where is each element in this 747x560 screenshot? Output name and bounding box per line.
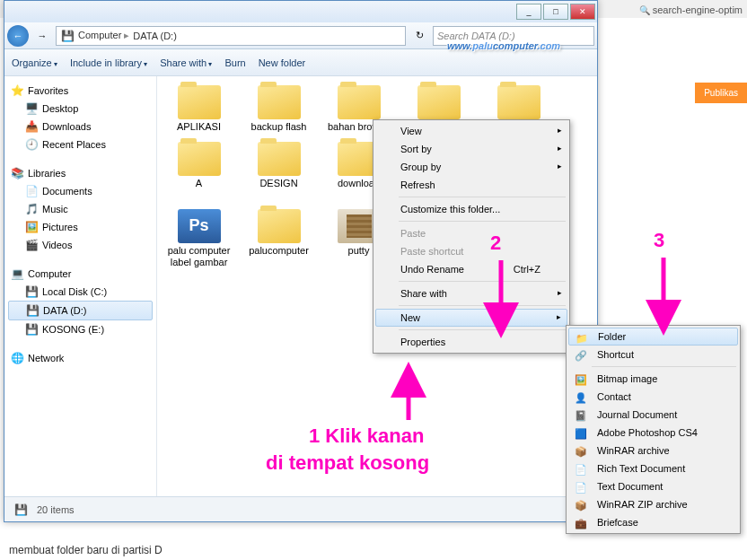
- zip-icon: 📦: [574, 498, 588, 512]
- menu-sort[interactable]: Sort by: [375, 140, 567, 158]
- status-count: 20 items: [37, 504, 75, 515]
- documents-icon: 📄: [24, 184, 39, 198]
- desktop-icon: 🖥️: [24, 101, 39, 116]
- drive-icon: 💾: [24, 284, 39, 299]
- file-label: A: [164, 178, 233, 189]
- photoshop-icon: 🟦: [574, 426, 588, 441]
- sidebar-computer[interactable]: 💻Computer: [8, 265, 153, 283]
- menu-customize[interactable]: Customize this folder...: [375, 200, 567, 218]
- menu-sharewith[interactable]: Share with: [375, 284, 567, 302]
- drive-icon: 💾: [60, 29, 75, 43]
- newmenu-briefcase[interactable]: 💼Briefcase: [568, 513, 738, 531]
- sidebar-documents[interactable]: 📄Documents: [8, 182, 153, 200]
- folder-icon: [417, 85, 461, 119]
- close-button[interactable]: ✕: [570, 4, 595, 20]
- file-label: DESIGN: [244, 178, 313, 189]
- menu-properties[interactable]: Properties: [375, 333, 567, 351]
- sidebar-pictures[interactable]: 🖼️Pictures: [8, 218, 153, 236]
- music-icon: 🎵: [24, 202, 39, 216]
- ps-icon: Ps: [178, 209, 221, 243]
- sidebar-downloads[interactable]: 📥Downloads: [8, 118, 153, 136]
- newmenu-journal[interactable]: 📓Journal Document: [568, 406, 738, 424]
- bottom-text: membuat folder baru di partisi D: [9, 544, 163, 556]
- network-icon: 🌐: [10, 351, 24, 365]
- drive-icon: 💾: [24, 322, 39, 337]
- folder-icon: [258, 142, 301, 176]
- folder-icon: [497, 85, 540, 119]
- forward-button[interactable]: →: [31, 25, 53, 47]
- maximize-button[interactable]: □: [543, 4, 568, 20]
- star-icon: ⭐: [10, 83, 24, 98]
- sidebar-videos[interactable]: 🎬Videos: [8, 236, 153, 254]
- newmenu-txt[interactable]: 📄Text Document: [568, 477, 738, 495]
- sidebar-datad[interactable]: 💾DATA (D:): [8, 301, 153, 320]
- crumb-data[interactable]: DATA (D:): [133, 31, 176, 41]
- organize-button[interactable]: Organize: [12, 57, 57, 68]
- back-button[interactable]: ←: [7, 25, 29, 47]
- file-item[interactable]: palucomputer: [241, 206, 317, 271]
- file-item[interactable]: DESIGN: [241, 138, 317, 204]
- menu-undo[interactable]: Undo RenameCtrl+Z: [375, 260, 567, 278]
- newmenu-winrar[interactable]: 📦WinRAR archive: [568, 442, 738, 459]
- statusbar: 💾 20 items: [4, 496, 597, 521]
- include-button[interactable]: Include in library: [70, 57, 147, 68]
- share-button[interactable]: Share with: [160, 57, 212, 68]
- sidebar: ⭐Favorites 🖥️Desktop 📥Downloads 🕘Recent …: [4, 76, 157, 498]
- rtf-icon: 📄: [574, 462, 588, 477]
- folder-icon: [338, 85, 381, 119]
- newmenu-shortcut[interactable]: 🔗Shortcut: [568, 346, 738, 363]
- shortcut-icon: 🔗: [574, 348, 588, 363]
- txt-icon: 📄: [574, 480, 588, 494]
- folder-icon: [178, 142, 221, 176]
- newmenu-bitmap[interactable]: 🖼️Bitmap image: [568, 370, 738, 388]
- newfolder-button[interactable]: New folder: [259, 57, 306, 68]
- contact-icon: 👤: [574, 390, 588, 405]
- bitmap-icon: 🖼️: [574, 372, 588, 387]
- context-menu: View Sort by Group by Refresh Customize …: [373, 119, 570, 354]
- file-item[interactable]: A: [161, 138, 237, 204]
- menu-pasteshortcut: Paste shortcut: [375, 242, 567, 260]
- sidebar-kosonge[interactable]: 💾KOSONG (E:): [8, 320, 153, 338]
- search-input[interactable]: Search DATA (D:): [433, 26, 594, 46]
- libraries-icon: 📚: [10, 166, 24, 180]
- journal-icon: 📓: [574, 408, 588, 423]
- sidebar-music[interactable]: 🎵Music: [8, 200, 153, 218]
- file-label: palu computer label gambar: [164, 245, 233, 267]
- address-bar[interactable]: 💾 Computer DATA (D:): [56, 26, 406, 46]
- sidebar-desktop[interactable]: 🖥️Desktop: [8, 100, 153, 118]
- downloads-icon: 📥: [24, 119, 39, 134]
- file-item[interactable]: Pspalu computer label gambar: [161, 206, 237, 271]
- file-item[interactable]: APLIKASI: [161, 82, 237, 136]
- newmenu-rtf[interactable]: 📄Rich Text Document: [568, 459, 738, 477]
- drive-icon: 💾: [25, 303, 40, 318]
- sidebar-favorites[interactable]: ⭐Favorites: [8, 82, 153, 100]
- sidebar-localc[interactable]: 💾Local Disk (C:): [8, 283, 153, 301]
- briefcase-icon: 💼: [574, 516, 588, 530]
- sidebar-network[interactable]: 🌐Network: [8, 349, 153, 367]
- burn-button[interactable]: Burn: [224, 57, 245, 68]
- titlebar: _ □ ✕: [4, 1, 597, 22]
- newmenu-zip[interactable]: 📦WinRAR ZIP archive: [568, 495, 738, 513]
- folder-icon: 📁: [575, 331, 589, 346]
- minimize-button[interactable]: _: [516, 4, 541, 20]
- browser-tab: 🔍 search-engine-optim: [635, 0, 747, 20]
- sidebar-libraries[interactable]: 📚Libraries: [8, 164, 153, 182]
- recent-icon: 🕘: [24, 137, 39, 152]
- winrar-icon: 📦: [574, 444, 588, 459]
- menu-view[interactable]: View: [375, 122, 567, 140]
- videos-icon: 🎬: [24, 238, 39, 252]
- folder-icon: [178, 85, 221, 119]
- newmenu-contact[interactable]: 👤Contact: [568, 388, 738, 406]
- menu-new[interactable]: New: [375, 309, 567, 327]
- crumb-computer[interactable]: Computer: [78, 30, 129, 41]
- sidebar-recent[interactable]: 🕘Recent Places: [8, 136, 153, 153]
- newmenu-folder[interactable]: 📁Folder: [568, 328, 738, 346]
- file-item[interactable]: backup flash: [241, 82, 317, 136]
- drive-icon: 💾: [13, 503, 28, 517]
- folder-icon: [258, 209, 301, 243]
- newmenu-ps[interactable]: 🟦Adobe Photoshop CS4: [568, 424, 738, 442]
- menu-group[interactable]: Group by: [375, 158, 567, 176]
- menu-refresh[interactable]: Refresh: [375, 176, 567, 194]
- refresh-button[interactable]: ↻: [409, 25, 430, 47]
- bg-button: Publikas: [695, 83, 747, 103]
